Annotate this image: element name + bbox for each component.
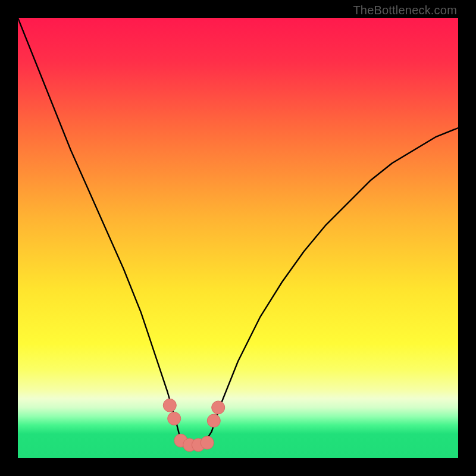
bottleneck-curve xyxy=(18,18,458,445)
highlighted-points-group xyxy=(163,399,224,452)
highlight-marker xyxy=(212,401,225,414)
chart-svg xyxy=(18,18,458,458)
outer-frame: TheBottleneck.com xyxy=(0,0,476,476)
highlight-marker xyxy=(207,414,220,427)
highlight-marker xyxy=(163,399,176,412)
watermark-text: TheBottleneck.com xyxy=(353,4,457,17)
highlight-marker xyxy=(168,412,181,425)
plot-area xyxy=(18,18,458,458)
highlight-marker xyxy=(201,436,214,449)
